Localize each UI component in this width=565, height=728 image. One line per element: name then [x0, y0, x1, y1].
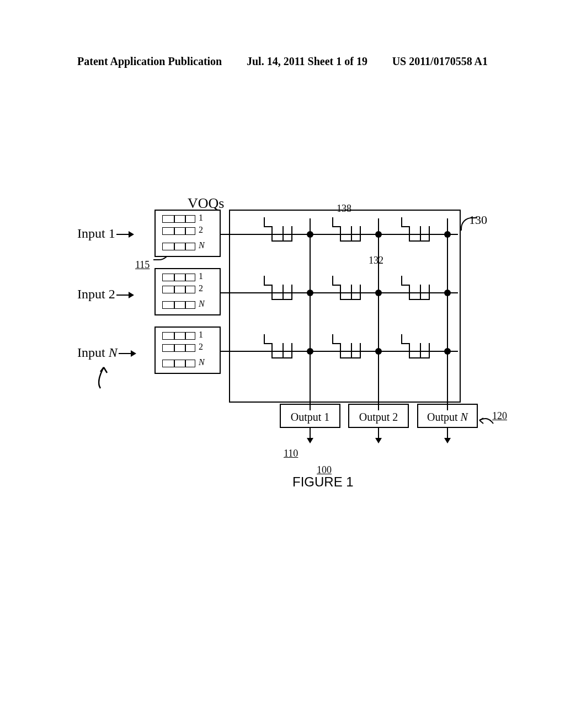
queue-icon: [162, 227, 195, 235]
output-n-suffix: N: [461, 411, 468, 423]
crosspoint-n-n: [397, 333, 457, 366]
input-2-text: Input 2: [77, 287, 115, 301]
input-n-suffix: N: [109, 345, 118, 360]
queue-icon: [162, 344, 195, 352]
output-n-prefix: Output: [427, 411, 461, 423]
node-dot-icon: [444, 290, 451, 296]
queue-icon: [162, 243, 195, 250]
node-dot-icon: [375, 290, 382, 296]
crosspoint-2-2: [328, 275, 388, 308]
voq-block-1: 1 2 N: [154, 210, 221, 257]
queue-icon: [162, 301, 195, 309]
ref-115: 115: [135, 259, 150, 271]
ref-130-leader: [461, 217, 477, 231]
voq-block-2: 1 2 N: [154, 268, 221, 315]
queue-label-n: N: [199, 240, 205, 250]
arrow-right-icon: [116, 234, 133, 235]
crosspoint-2-n: [397, 275, 457, 308]
queue-label-n: N: [199, 299, 205, 309]
header-left: Patent Application Publication: [77, 55, 222, 68]
ref-120-leader-icon: [478, 415, 494, 426]
ref-110: 110: [284, 448, 298, 459]
input-n-prefix: Input: [77, 345, 109, 360]
ref-132: 132: [369, 255, 383, 266]
queue-label-2: 2: [199, 225, 203, 235]
queue-icon: [162, 332, 195, 340]
queue-label-1: 1: [199, 271, 203, 281]
node-dot-icon: [375, 348, 382, 355]
arrow-right-icon: [119, 353, 135, 354]
header-right: US 2011/0170558 A1: [392, 55, 488, 68]
queue-label-2: 2: [199, 283, 203, 293]
queue-label-n: N: [199, 357, 205, 367]
arrow-right-icon: [116, 295, 133, 296]
queue-icon: [162, 286, 195, 293]
queue-label-2: 2: [199, 342, 203, 352]
input-1-text: Input 1: [77, 226, 115, 240]
queue-icon: [162, 274, 195, 281]
queue-label-1: 1: [199, 213, 203, 223]
curve-arrow-icon: [94, 362, 116, 395]
ref-120: 120: [492, 410, 507, 422]
figure-caption: FIGURE 1: [292, 474, 354, 490]
arrow-down-icon: [310, 428, 311, 442]
node-dot-icon: [444, 231, 451, 238]
output-2-box: Output 2: [348, 404, 409, 428]
arrow-down-icon: [447, 428, 448, 442]
arrow-down-icon: [378, 428, 379, 442]
node-dot-icon: [307, 231, 313, 238]
crosspoint-n-2: [328, 333, 388, 366]
queue-icon: [162, 215, 195, 223]
header-center: Jul. 14, 2011 Sheet 1 of 19: [247, 55, 367, 68]
output-1-box: Output 1: [280, 404, 340, 428]
output-n-box: Output N: [417, 404, 478, 428]
page-header: Patent Application Publication Jul. 14, …: [0, 55, 565, 68]
input-2-label: Input 2: [77, 287, 133, 302]
crosspoint-2-1: [259, 275, 320, 308]
crosspoint-n-1: [259, 333, 320, 366]
crosspoint-1-n: [397, 216, 457, 249]
node-dot-icon: [307, 290, 313, 296]
input-1-label: Input 1: [77, 226, 133, 241]
voq-block-n: 1 2 N: [154, 326, 221, 374]
queue-icon: [162, 360, 195, 367]
input-n-label: Input N: [77, 345, 135, 360]
node-dot-icon: [444, 348, 451, 355]
crosspoint-1-2: [328, 216, 388, 249]
ref-138: 138: [337, 203, 351, 215]
node-dot-icon: [307, 348, 313, 355]
node-dot-icon: [375, 231, 382, 238]
crosspoint-1-1: [259, 216, 320, 249]
queue-label-1: 1: [199, 330, 203, 340]
